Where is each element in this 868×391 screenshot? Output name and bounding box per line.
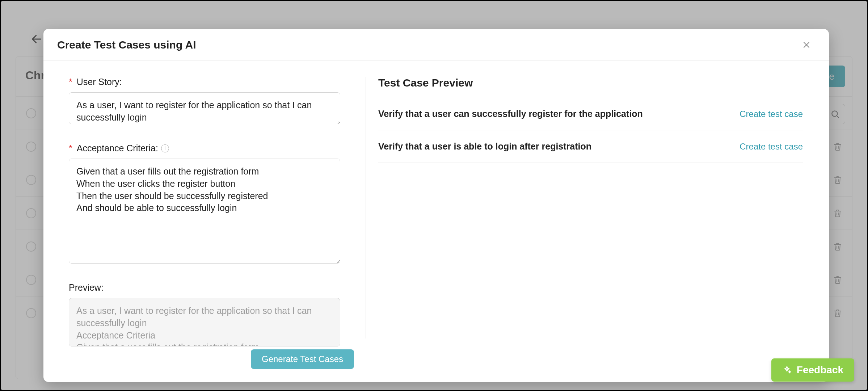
create-test-cases-modal: Create Test Cases using AI * User Story:… — [43, 29, 829, 382]
info-icon[interactable]: i — [161, 144, 169, 152]
test-case-row: Verify that a user can successfully regi… — [378, 104, 803, 130]
user-story-input[interactable] — [69, 92, 340, 124]
sparkle-icon — [782, 365, 792, 375]
modal-body: * User Story: * Acceptance Criteria: i P… — [43, 61, 829, 382]
form-column: * User Story: * Acceptance Criteria: i P… — [43, 61, 366, 382]
feedback-button[interactable]: Feedback — [771, 358, 854, 382]
test-case-title: Verify that a user can successfully regi… — [378, 109, 643, 119]
close-button[interactable] — [800, 38, 813, 51]
modal-title: Create Test Cases using AI — [57, 39, 196, 51]
test-case-row: Verify that a user is able to login afte… — [378, 130, 803, 163]
acceptance-criteria-input[interactable] — [69, 159, 340, 264]
feedback-label: Feedback — [797, 364, 843, 376]
acceptance-criteria-label: * Acceptance Criteria: i — [69, 143, 354, 154]
preview-column: Test Case Preview Verify that a user can… — [366, 61, 829, 382]
create-test-case-link[interactable]: Create test case — [740, 142, 803, 152]
required-asterisk: * — [69, 143, 72, 154]
generate-test-cases-button[interactable]: Generate Test Cases — [251, 349, 354, 369]
close-icon — [802, 41, 811, 49]
test-case-preview-heading: Test Case Preview — [378, 77, 803, 89]
preview-box: As a user, I want to register for the ap… — [69, 298, 340, 346]
test-case-list: Verify that a user can successfully regi… — [378, 104, 803, 163]
required-asterisk: * — [69, 77, 72, 87]
preview-label: Preview: — [69, 282, 354, 293]
modal-header: Create Test Cases using AI — [43, 29, 829, 61]
create-test-case-link[interactable]: Create test case — [740, 109, 803, 119]
user-story-label: * User Story: — [69, 77, 354, 87]
test-case-title: Verify that a user is able to login afte… — [378, 141, 591, 152]
